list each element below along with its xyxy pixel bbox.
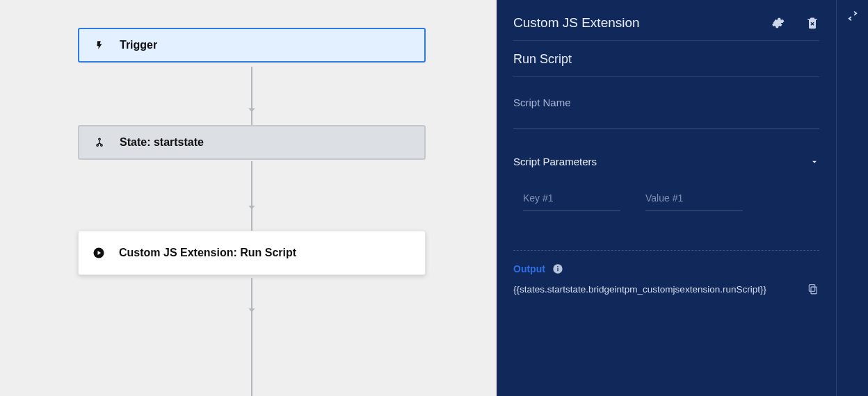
script-params-toggle[interactable]: Script Parameters — [513, 149, 819, 170]
flow-node-state[interactable]: State: startstate — [78, 125, 426, 160]
svg-point-1 — [97, 145, 99, 147]
panel-header: Custom JS Extension — [513, 15, 819, 41]
script-name-section: Script Name — [513, 97, 819, 129]
flow-node-label: Trigger — [120, 39, 157, 51]
copy-icon[interactable] — [807, 283, 819, 295]
flow-connector — [250, 67, 253, 125]
bolt-icon — [92, 40, 107, 51]
output-section: Output {{states.startstate.bridgeintpm_c… — [513, 250, 819, 295]
flow-node-label: Custom JS Extension: Run Script — [119, 247, 296, 259]
svg-rect-8 — [809, 285, 814, 292]
flow-node-trigger[interactable]: Trigger — [78, 28, 426, 63]
output-label: Output — [513, 263, 545, 274]
script-name-input[interactable] — [513, 111, 819, 129]
svg-rect-6 — [557, 266, 558, 267]
output-expression: {{states.startstate.bridgeintpm_customjs… — [513, 284, 807, 295]
flow-node-action[interactable]: Custom JS Extension: Run Script — [78, 231, 426, 275]
tree-icon — [92, 137, 107, 148]
right-rail — [836, 0, 868, 396]
flow-node-label: State: startstate — [120, 136, 204, 149]
script-params-section: Script Parameters — [513, 149, 819, 211]
panel-title: Custom JS Extension — [513, 15, 750, 31]
flow-canvas[interactable]: Trigger State: startstate Custom JS Exte… — [0, 0, 497, 396]
script-params-label: Script Parameters — [513, 156, 597, 167]
param-key-input[interactable] — [523, 190, 620, 206]
svg-rect-7 — [811, 287, 817, 294]
swap-icon[interactable] — [846, 10, 859, 22]
svg-point-2 — [101, 145, 103, 147]
script-name-label: Script Name — [513, 97, 819, 108]
play-icon — [91, 247, 106, 259]
delete-icon[interactable] — [805, 16, 819, 30]
info-icon[interactable] — [552, 263, 563, 274]
chevron-down-icon — [810, 157, 819, 167]
config-panel: Custom JS Extension Run Script Script Na… — [497, 0, 836, 396]
gear-icon[interactable] — [771, 16, 785, 30]
param-row — [513, 190, 819, 211]
svg-rect-5 — [557, 268, 558, 272]
param-value-input[interactable] — [645, 190, 743, 206]
flow-connector — [250, 278, 253, 396]
flow-connector — [250, 161, 253, 231]
panel-subtitle: Run Script — [513, 41, 819, 77]
svg-point-0 — [99, 138, 101, 140]
